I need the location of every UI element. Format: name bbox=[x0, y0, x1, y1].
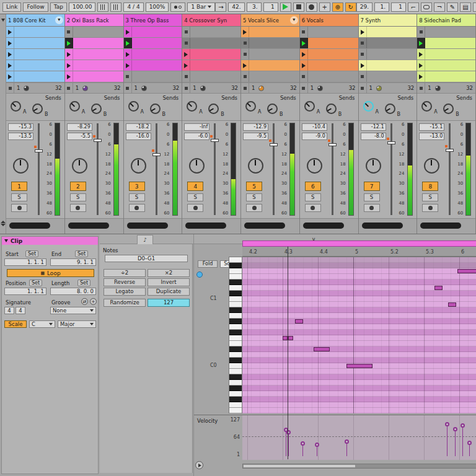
meter-peak-display[interactable]: -Inf bbox=[184, 123, 209, 131]
clip-launch-button[interactable] bbox=[65, 49, 73, 60]
signature-numerator-field[interactable]: 4 bbox=[4, 307, 14, 314]
send-b-knob[interactable] bbox=[32, 104, 43, 114]
midi-note[interactable] bbox=[295, 319, 303, 324]
midi-note[interactable] bbox=[283, 336, 288, 340]
track-activator-button[interactable]: 3 bbox=[129, 182, 145, 191]
clip-stop-button[interactable] bbox=[300, 27, 308, 37]
loop-start-bars[interactable]: 29. bbox=[356, 2, 372, 12]
clip-slot[interactable] bbox=[359, 71, 417, 82]
clip-launch-button[interactable] bbox=[6, 60, 14, 71]
clip-slot[interactable] bbox=[300, 38, 358, 48]
send-b-knob[interactable] bbox=[208, 104, 219, 114]
clip-launch-button[interactable] bbox=[6, 49, 14, 60]
volume-display[interactable]: -6.0 bbox=[184, 133, 209, 140]
track-activator-button[interactable]: 5 bbox=[246, 182, 262, 191]
clip-launch-button[interactable] bbox=[6, 27, 14, 37]
clip-launch-button[interactable] bbox=[417, 49, 425, 60]
velocity-marker[interactable] bbox=[301, 441, 305, 446]
piano-key-white[interactable] bbox=[229, 363, 242, 369]
track-title[interactable]: 8 Sidechain Pad bbox=[417, 14, 475, 27]
clip-stop-button[interactable] bbox=[417, 83, 425, 93]
clip-stop-button[interactable] bbox=[65, 83, 73, 93]
send-b-knob[interactable] bbox=[326, 104, 337, 114]
clip-slot[interactable] bbox=[182, 60, 240, 71]
play-button[interactable] bbox=[280, 2, 291, 12]
clip-title-bar[interactable]: Clip bbox=[2, 237, 98, 245]
loop-toggle-button[interactable] bbox=[421, 2, 432, 12]
clip-stop-button[interactable] bbox=[300, 83, 308, 93]
piano-key-black[interactable] bbox=[229, 397, 242, 402]
clip-launch-button[interactable] bbox=[6, 71, 14, 82]
clip-slot[interactable] bbox=[6, 60, 64, 71]
arrangement-position-bars[interactable]: 42. bbox=[228, 2, 244, 12]
track-title[interactable]: 3 Three Op Bass bbox=[124, 14, 182, 27]
send-a-knob[interactable] bbox=[128, 101, 139, 112]
volume-fader[interactable] bbox=[332, 123, 333, 215]
clip-slot[interactable] bbox=[65, 49, 123, 60]
clip-slot[interactable] bbox=[182, 38, 240, 48]
overdub-button[interactable]: ⊕ bbox=[332, 2, 343, 12]
punch-out-button[interactable]: ¬ bbox=[434, 2, 445, 12]
set-position-button[interactable]: Set bbox=[29, 280, 42, 286]
velocity-marker[interactable] bbox=[453, 427, 457, 431]
arm-button[interactable] bbox=[246, 204, 262, 212]
nudge-down-button[interactable] bbox=[97, 2, 108, 12]
record-button[interactable] bbox=[306, 2, 317, 12]
piano-key-white[interactable] bbox=[229, 296, 242, 302]
track-activator-button[interactable]: 4 bbox=[187, 182, 203, 191]
midi-note[interactable] bbox=[448, 302, 456, 307]
volume-display[interactable]: -5.5 bbox=[67, 133, 92, 140]
arm-button[interactable] bbox=[70, 204, 86, 212]
loop-brace[interactable] bbox=[242, 240, 476, 247]
clip-slot[interactable] bbox=[6, 71, 64, 82]
arm-button[interactable] bbox=[364, 204, 380, 212]
track-activator-button[interactable]: 6 bbox=[305, 182, 321, 191]
clip-slot[interactable] bbox=[124, 71, 182, 82]
clip-stop-button[interactable] bbox=[182, 27, 190, 37]
piano-key-white[interactable] bbox=[229, 352, 242, 358]
velocity-marker[interactable] bbox=[467, 441, 472, 445]
track-fold-icon[interactable]: ▾ bbox=[55, 16, 63, 24]
fold-button[interactable]: Fold bbox=[198, 260, 218, 268]
scale-name-chooser[interactable]: Major bbox=[58, 320, 96, 328]
velocity-marker[interactable] bbox=[345, 439, 349, 444]
piano-key-black[interactable] bbox=[229, 263, 242, 268]
piano-key-white[interactable] bbox=[229, 391, 242, 397]
notes-tab[interactable]: ♪ bbox=[137, 235, 153, 244]
clip-stop-button[interactable] bbox=[124, 83, 132, 93]
clip-stop-button[interactable] bbox=[6, 83, 14, 93]
loop-start-sixteenths[interactable]: 1 bbox=[391, 2, 406, 12]
meter-peak-display[interactable]: -10.4 bbox=[302, 123, 327, 131]
preview-toggle[interactable] bbox=[196, 271, 203, 278]
computer-midi-keyboard-button[interactable]: ▤ bbox=[460, 2, 471, 12]
piano-key-black[interactable] bbox=[229, 330, 242, 335]
solo-button[interactable]: S bbox=[246, 193, 262, 201]
clip-slot[interactable] bbox=[300, 60, 358, 71]
clip-stop-button[interactable] bbox=[124, 71, 132, 82]
clip-slot[interactable] bbox=[300, 27, 358, 37]
clip-slot[interactable] bbox=[124, 49, 182, 60]
volume-fader-handle[interactable] bbox=[211, 139, 219, 142]
clip-launch-button[interactable] bbox=[124, 27, 132, 37]
clip-slot[interactable] bbox=[65, 38, 123, 48]
piano-key-white[interactable] bbox=[229, 324, 242, 330]
clip-stop-button[interactable] bbox=[241, 71, 249, 82]
piano-key-black[interactable] bbox=[229, 319, 242, 324]
piano-key-white[interactable] bbox=[229, 380, 242, 386]
loop-start-beats[interactable]: 1. bbox=[374, 2, 389, 12]
key-map-button[interactable]: ⊡ bbox=[473, 2, 476, 12]
meter-peak-display[interactable]: -18.2 bbox=[126, 123, 151, 131]
beat-time-ruler[interactable]: 4.24.34.455.25.36 bbox=[242, 247, 476, 257]
clip-launch-button[interactable] bbox=[124, 49, 132, 60]
clip-launch-button[interactable] bbox=[182, 60, 190, 71]
arm-button[interactable] bbox=[11, 204, 27, 212]
solo-button[interactable]: S bbox=[364, 193, 380, 201]
note-grid[interactable] bbox=[242, 257, 476, 413]
piano-key-black[interactable] bbox=[229, 280, 242, 285]
clip-slot[interactable] bbox=[241, 49, 299, 60]
piano-key-black[interactable] bbox=[229, 307, 242, 313]
solo-button[interactable]: S bbox=[187, 193, 203, 201]
clip-slot[interactable] bbox=[359, 60, 417, 71]
midi-note[interactable] bbox=[346, 364, 372, 368]
mixer-fold-icon[interactable] bbox=[1, 220, 6, 227]
